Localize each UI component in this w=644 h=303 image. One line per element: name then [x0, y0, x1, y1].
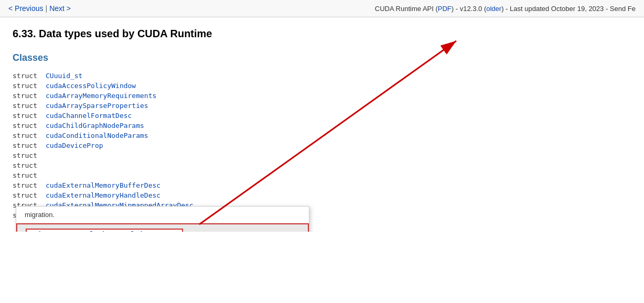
list-item: struct cudaArrayMemoryRequirements — [13, 92, 631, 100]
struct-link[interactable]: cudaChildGraphNodeParams — [46, 122, 144, 129]
struct-keyword: struct — [13, 112, 41, 120]
main-content: 6.33. Data types used by CUDA Runtime Cl… — [0, 17, 644, 232]
list-item: struct cudaChildGraphNodeParams — [13, 122, 631, 129]
struct-keyword: struct — [13, 72, 41, 80]
list-item: struct — [13, 171, 631, 179]
top-navigation: < Previous | Next > CUDA Runtime API (PD… — [0, 0, 644, 17]
list-item: struct cudaExternalMemoryBufferDesc — [13, 181, 631, 189]
list-item: struct — [13, 152, 631, 159]
struct-link[interactable]: cudaDeviceProp — [46, 142, 103, 149]
page-title: 6.33. Data types used by CUDA Runtime — [13, 28, 631, 40]
struct-keyword: struct — [13, 161, 41, 169]
list-item: struct — [13, 161, 631, 169]
struct-link[interactable]: cudaConditionalNodeParams — [46, 132, 148, 139]
pdf-link[interactable]: PDF — [438, 5, 452, 13]
popup-overlay: migration. cudaDevAttrMaxBlocksPerMultip… — [16, 206, 309, 232]
struct-keyword: struct — [13, 82, 41, 90]
nav-separator: | — [46, 4, 48, 13]
next-link[interactable]: Next > — [49, 4, 71, 13]
list-item: struct cudaDeviceProp — [13, 142, 631, 149]
list-item: struct CUuuid_st — [13, 72, 631, 80]
struct-keyword: struct — [13, 122, 41, 129]
struct-keyword: struct — [13, 142, 41, 149]
nav-right-end: ) - Last updated October 19, 2023 - Send… — [501, 5, 636, 13]
struct-list: struct CUuuid_st struct cudaAccessPolicy… — [13, 72, 631, 219]
struct-keyword: struct — [13, 191, 41, 199]
struct-keyword: struct — [13, 181, 41, 189]
list-item: struct cudaChannelFormatDesc — [13, 112, 631, 120]
struct-link[interactable]: cudaArraySparseProperties — [46, 102, 148, 110]
struct-keyword: struct — [13, 102, 41, 110]
nav-right-middle: ) - v12.3.0 ( — [452, 5, 486, 13]
list-item: struct cudaConditionalNodeParams — [13, 132, 631, 139]
struct-link[interactable]: cudaExternalMemoryBufferDesc — [46, 181, 160, 189]
struct-link[interactable]: cudaArrayMemoryRequirements — [46, 92, 156, 100]
list-item: struct cudaArraySparseProperties — [13, 102, 631, 110]
struct-keyword: struct — [13, 152, 41, 159]
struct-keyword: struct — [13, 171, 41, 179]
nav-right-text: CUDA Runtime API ( — [375, 5, 438, 13]
selected-entry-name: cudaDevAttrMaxBlocksPerMultiprocessor — [26, 229, 183, 232]
struct-keyword: struct — [13, 132, 41, 139]
older-link[interactable]: older — [486, 5, 501, 13]
nav-left: < Previous | Next > — [8, 4, 71, 13]
popup-migration-text: migration. — [16, 207, 309, 223]
nav-right: CUDA Runtime API (PDF) - v12.3.0 (older)… — [375, 5, 636, 13]
struct-link[interactable]: CUuuid_st — [46, 72, 82, 80]
struct-link[interactable]: cudaExternalMemoryHandleDesc — [46, 191, 160, 199]
selected-entry-value: = 106 — [187, 230, 208, 232]
struct-keyword: struct — [13, 92, 41, 100]
popup-selected-entry[interactable]: cudaDevAttrMaxBlocksPerMultiprocessor = … — [16, 223, 309, 232]
list-item: struct cudaAccessPolicyWindow — [13, 82, 631, 90]
previous-link[interactable]: < Previous — [8, 4, 44, 13]
classes-heading: Classes — [13, 52, 631, 63]
struct-link[interactable]: cudaAccessPolicyWindow — [46, 82, 136, 90]
struct-link[interactable]: cudaChannelFormatDesc — [46, 112, 132, 120]
list-item: struct cudaExternalMemoryHandleDesc — [13, 191, 631, 199]
